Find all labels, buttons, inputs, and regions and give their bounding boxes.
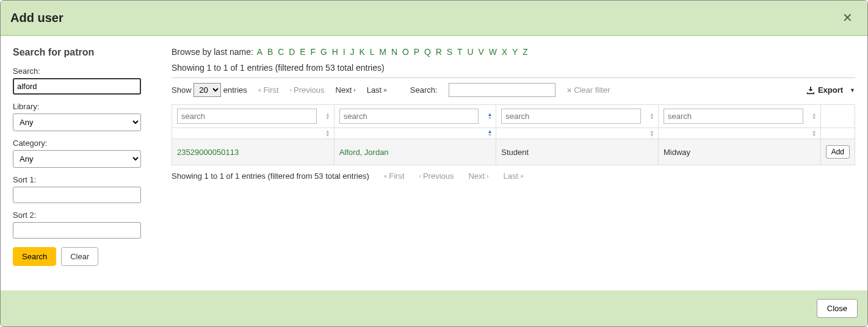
pager-next-top[interactable]: Next › (336, 85, 356, 95)
showing-info-top: Showing 1 to 1 of 1 entries (filtered fr… (172, 63, 855, 73)
sort1-label: Sort 1: (13, 175, 147, 184)
search-button[interactable]: Search (13, 247, 56, 266)
browse-letter-z[interactable]: Z (521, 47, 529, 57)
pager-prev-top[interactable]: ‹ Previous (290, 85, 325, 95)
pager-last-bottom[interactable]: Last » (504, 171, 524, 181)
browse-letter-s[interactable]: S (446, 47, 454, 57)
sort1-input[interactable] (13, 187, 141, 203)
sort-icon[interactable]: ▲▼ (487, 113, 492, 120)
sort2-input[interactable] (13, 222, 141, 239)
sort2-group: Sort 2: (13, 210, 147, 239)
close-icon[interactable]: ✕ (837, 8, 858, 27)
browse-letter-t[interactable]: T (456, 47, 464, 57)
modal-footer: Close (1, 290, 867, 326)
pager-next-bottom[interactable]: Next › (468, 171, 488, 181)
library-select[interactable]: Any (13, 113, 141, 131)
browse-letter-o[interactable]: O (401, 47, 410, 57)
category-cell: Student (496, 139, 659, 165)
sidebar-buttons: Search Clear (13, 247, 147, 266)
sort-icon[interactable]: ▲▼ (812, 113, 817, 120)
browse-row: Browse by last name: A B C D E F G H I J… (172, 47, 855, 57)
table-search-input[interactable] (449, 83, 555, 97)
browse-letter-w[interactable]: W (488, 47, 498, 57)
patron-name-link[interactable]: Alford, Jordan (334, 139, 496, 165)
browse-letter-v[interactable]: V (477, 47, 485, 57)
double-chevron-left-icon: « (258, 87, 262, 93)
caret-down-icon: ▼ (850, 87, 855, 93)
browse-letter-m[interactable]: M (378, 47, 388, 57)
sort-icon[interactable]: ▲▼ (325, 113, 330, 120)
entries-select[interactable]: 20 (193, 83, 221, 97)
table-search-label: Search: (410, 85, 438, 95)
export-button[interactable]: Export ▼ (806, 85, 855, 95)
table-controls-bottom: Showing 1 to 1 of 1 entries (filtered fr… (172, 165, 855, 187)
chevron-right-icon: › (353, 87, 355, 93)
browse-letter-i[interactable]: I (342, 47, 347, 57)
browse-letter-r[interactable]: R (435, 47, 443, 57)
add-user-modal: Add user ✕ Search for patron Search: Lib… (0, 0, 868, 327)
col-filter-library[interactable] (664, 109, 803, 124)
col-filter-category[interactable] (501, 109, 641, 124)
browse-letter-p[interactable]: P (413, 47, 421, 57)
category-select[interactable]: Any (13, 150, 141, 168)
browse-letter-j[interactable]: J (349, 47, 356, 57)
search-input[interactable] (13, 78, 141, 95)
col-filter-name[interactable] (339, 109, 479, 124)
sort-icon[interactable]: ▲▼ (649, 130, 654, 137)
chevron-left-icon: ‹ (290, 87, 292, 93)
browse-letter-g[interactable]: G (319, 47, 328, 57)
pager-last-top[interactable]: Last » (367, 85, 387, 95)
clear-filter-button[interactable]: ✕ Clear filter (566, 85, 610, 95)
add-user-button[interactable]: Add (826, 145, 850, 159)
browse-letter-n[interactable]: N (390, 47, 399, 57)
sort1-group: Sort 1: (13, 175, 147, 203)
main-content: Browse by last name: A B C D E F G H I J… (159, 36, 867, 290)
clear-button[interactable]: Clear (61, 247, 98, 266)
modal-header: Add user ✕ (1, 1, 867, 36)
browse-letter-e[interactable]: E (298, 47, 306, 57)
table-row: 23529000050113 Alford, Jordan Student Mi… (172, 139, 855, 165)
sort-icon[interactable]: ▲▼ (812, 130, 817, 137)
browse-letter-k[interactable]: K (358, 47, 366, 57)
header-row: ▲▼ ▲▼ ▲▼ ▲▼ (172, 128, 855, 139)
sort-icon[interactable]: ▲▼ (649, 113, 654, 120)
close-button[interactable]: Close (817, 299, 858, 318)
browse-letter-c[interactable]: C (277, 47, 285, 57)
pager-prev-bottom[interactable]: ‹ Previous (419, 171, 454, 181)
search-group: Search: (13, 66, 147, 95)
sort-icon[interactable]: ▲▼ (487, 130, 492, 137)
sort2-label: Sort 2: (13, 210, 147, 220)
col-filter-card[interactable] (177, 109, 317, 124)
showing-info-bottom: Showing 1 to 1 of 1 entries (filtered fr… (172, 171, 369, 181)
browse-letter-l[interactable]: L (369, 47, 376, 57)
browse-letter-f[interactable]: F (309, 47, 317, 57)
show-entries: Show 20 entries (172, 83, 247, 97)
browse-letter-y[interactable]: Y (511, 47, 519, 57)
browse-letter-b[interactable]: B (266, 47, 274, 57)
library-group: Library: Any (13, 102, 147, 131)
download-icon (806, 85, 815, 95)
modal-body: Search for patron Search: Library: Any C… (1, 36, 867, 290)
browse-letter-d[interactable]: D (288, 47, 296, 57)
double-chevron-right-icon: » (520, 173, 524, 179)
sort-icon[interactable]: ▲▼ (325, 130, 330, 137)
pager-first-top[interactable]: « First (258, 85, 279, 95)
library-label: Library: (13, 102, 147, 111)
table-controls-top: Show 20 entries « First ‹ Previous Next … (172, 77, 855, 102)
double-chevron-left-icon: « (384, 173, 388, 179)
browse-letter-a[interactable]: A (256, 47, 264, 57)
browse-letter-q[interactable]: Q (423, 47, 432, 57)
pager-first-bottom[interactable]: « First (384, 171, 405, 181)
chevron-left-icon: ‹ (419, 173, 421, 179)
filter-row: ▲▼ ▲▼ ▲▼ ▲▼ (172, 105, 855, 128)
library-cell: Midway (658, 139, 820, 165)
chevron-right-icon: › (486, 173, 488, 179)
browse-letter-u[interactable]: U (466, 47, 474, 57)
browse-letter-x[interactable]: X (501, 47, 508, 57)
search-sidebar: Search for patron Search: Library: Any C… (1, 36, 159, 290)
card-number-link[interactable]: 23529000050113 (172, 139, 335, 165)
category-label: Category: (13, 138, 147, 148)
sidebar-heading: Search for patron (13, 47, 147, 58)
browse-letter-h[interactable]: H (331, 47, 339, 57)
results-table: ▲▼ ▲▼ ▲▼ ▲▼ (172, 104, 855, 165)
